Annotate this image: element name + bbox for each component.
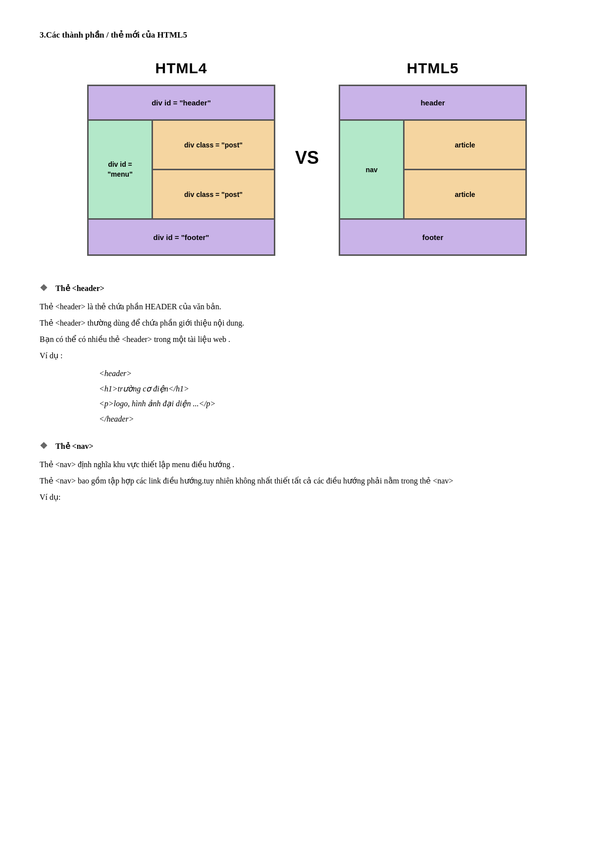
header-heading-text: Thẻ <header> bbox=[55, 282, 104, 295]
html4-footer-box: div id = "footer" bbox=[89, 220, 274, 254]
html4-menu-box: div id ="menu" bbox=[89, 121, 153, 218]
diamond-icon-2: ❖ bbox=[40, 438, 48, 454]
nav-line-2: Thẻ <nav> bao gồm tập hợp các link điều … bbox=[40, 474, 574, 487]
html5-wrapper: header nav article article footer bbox=[339, 85, 527, 256]
html4-title: HTML4 bbox=[155, 60, 207, 77]
html4-posts: div class = "post" div class = "post" bbox=[153, 121, 274, 218]
nav-vidu-label: Ví dụ: bbox=[40, 490, 574, 504]
html4-post2-box: div class = "post" bbox=[153, 170, 274, 218]
html4-wrapper: div id = "header" div id ="menu" div cla… bbox=[87, 85, 275, 256]
html5-column: HTML5 header nav article article footer bbox=[339, 60, 527, 256]
header-line-2: Thẻ <header> thường dùng để chứa phần gi… bbox=[40, 316, 574, 330]
nav-line-1: Thẻ <nav> định nghĩa khu vực thiết lập m… bbox=[40, 458, 574, 471]
vs-label: VS bbox=[295, 147, 319, 168]
header-example-block: <header> <h1>trường cơ điện</h1> <p>logo… bbox=[99, 366, 574, 427]
html4-header-box: div id = "header" bbox=[89, 86, 274, 121]
example-line-1: <header> bbox=[99, 366, 574, 381]
html5-title: HTML5 bbox=[407, 60, 459, 77]
header-subheading: ❖ Thẻ <header> bbox=[40, 281, 574, 296]
diamond-icon-1: ❖ bbox=[40, 281, 48, 296]
nav-heading-text: Thẻ <nav> bbox=[55, 439, 94, 453]
nav-section: ❖ Thẻ <nav> Thẻ <nav> định nghĩa khu vực… bbox=[40, 438, 574, 504]
example-line-3: <p>logo, hình ảnh đại diện ...</p> bbox=[99, 396, 574, 411]
example-line-2: <h1>trường cơ điện</h1> bbox=[99, 382, 574, 396]
html4-middle: div id ="menu" div class = "post" div cl… bbox=[89, 121, 274, 220]
html5-middle: nav article article bbox=[340, 121, 525, 220]
html5-article1-box: article bbox=[405, 121, 525, 170]
example-line-4: </header> bbox=[99, 412, 574, 427]
html5-footer-box: footer bbox=[340, 220, 525, 254]
html5-articles: article article bbox=[405, 121, 525, 218]
header-section: ❖ Thẻ <header> Thẻ <header> là thẻ chứa … bbox=[40, 281, 574, 427]
html4-column: HTML4 div id = "header" div id ="menu" d… bbox=[87, 60, 275, 256]
html5-header-box: header bbox=[340, 86, 525, 121]
html5-nav-box: nav bbox=[340, 121, 405, 218]
header-vidu-label: Ví dụ : bbox=[40, 349, 574, 362]
section-title: 3.Các thành phần / thẻ mới của HTML5 bbox=[40, 30, 574, 40]
comparison-diagram: HTML4 div id = "header" div id ="menu" d… bbox=[40, 60, 574, 256]
html5-article2-box: article bbox=[405, 170, 525, 218]
header-line-3: Bạn có thể có nhiều thẻ <header> trong m… bbox=[40, 333, 574, 346]
nav-subheading: ❖ Thẻ <nav> bbox=[40, 438, 574, 454]
html4-post1-box: div class = "post" bbox=[153, 121, 274, 170]
header-line-1: Thẻ <header> là thẻ chứa phần HEADER của… bbox=[40, 300, 574, 313]
